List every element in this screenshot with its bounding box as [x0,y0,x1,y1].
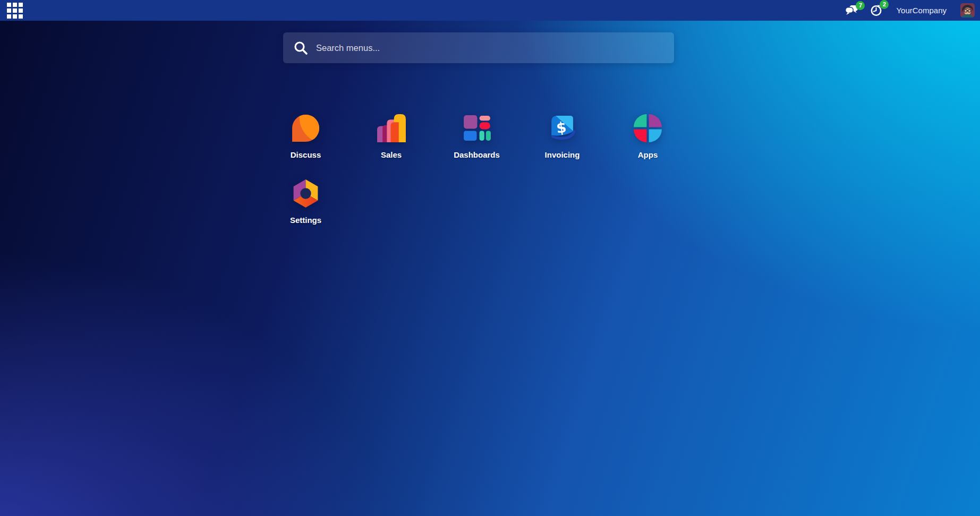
app-label: Invoicing [545,150,580,160]
company-menu[interactable]: YourCompany [894,6,949,15]
app-label: Apps [638,150,658,160]
messages-count-badge: 7 [856,1,865,10]
messages-button[interactable]: 7 [845,5,858,15]
user-avatar[interactable] [960,3,975,18]
app-label: Settings [290,215,321,225]
apps-app-icon [633,113,663,143]
search-menus-bar [283,32,674,63]
search-icon [294,41,308,55]
topbar-right-cluster: 7 2 YourCompany [845,0,975,21]
activities-count-badge: 2 [880,0,889,9]
dashboards-app-icon [462,113,492,143]
invoicing-app-icon: $ [547,113,577,143]
sales-app-icon [376,113,406,143]
top-bar: 7 2 YourCompany [0,0,980,21]
activities-button[interactable]: 2 [870,4,882,16]
app-tile-settings[interactable]: Settings [263,178,348,244]
app-label: Dashboards [454,150,500,160]
app-tile-discuss[interactable]: Discuss [263,113,348,178]
app-label: Sales [381,150,402,160]
apps-menu-toggle-button[interactable] [6,2,23,19]
apps-grid-icon [7,3,23,19]
apps-grid: Discuss Sales Dashboards [263,113,693,244]
dollar-glyph: $ [555,118,567,136]
app-tile-dashboards[interactable]: Dashboards [434,113,519,178]
app-tile-apps[interactable]: Apps [605,113,691,178]
home-menu-background: { "topbar": { "company": "YourCompany", … [0,0,980,516]
search-menus-input[interactable] [316,43,663,53]
app-tile-invoicing[interactable]: $ Invoicing [519,113,605,178]
discuss-app-icon [291,113,321,143]
settings-app-icon [291,178,321,209]
app-label: Discuss [291,150,321,160]
app-tile-sales[interactable]: Sales [348,113,434,178]
avatar-image [960,3,975,18]
